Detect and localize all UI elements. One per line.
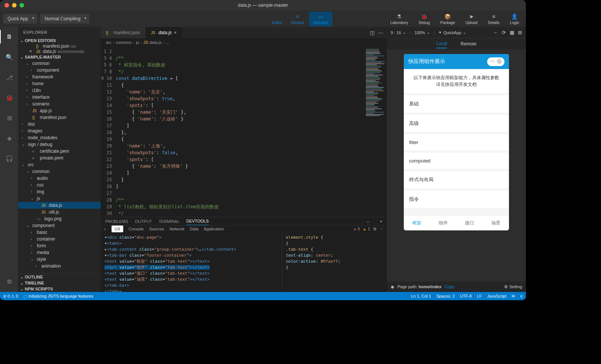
folder-item[interactable]: ›framework: [18, 74, 101, 80]
folder-item[interactable]: ⌄component: [18, 222, 101, 229]
editor-button[interactable]: Editor: [269, 12, 286, 26]
folder-item[interactable]: ›scenario: [18, 101, 101, 107]
folder-item[interactable]: ›container: [18, 236, 101, 242]
devtools-tab-console[interactable]: Console: [128, 227, 143, 231]
folder-item[interactable]: ›node_modules: [18, 134, 101, 141]
folder-item[interactable]: ›dist: [18, 121, 101, 128]
panel-collapse-icon[interactable]: ⌄: [366, 219, 370, 224]
folder-item[interactable]: ›images: [18, 128, 101, 134]
status-eol[interactable]: LF: [477, 294, 482, 299]
folder-item[interactable]: ›css: [18, 182, 101, 188]
package-button[interactable]: 📦Package: [436, 12, 459, 26]
phone-close-icon[interactable]: ⓧ: [497, 59, 501, 65]
devtools-tab-sources[interactable]: Sources: [149, 227, 164, 231]
login-button[interactable]: 👤Login: [506, 12, 523, 26]
folder-item[interactable]: ›i18n: [18, 87, 101, 94]
file-item[interactable]: ▭logo.png: [18, 215, 101, 222]
phone-list-item[interactable]: 样式与布局: [404, 171, 509, 188]
file-item[interactable]: JSutil.js: [18, 209, 101, 215]
phone-list-item[interactable]: computed: [404, 153, 509, 169]
panel-tab-problems[interactable]: PROBLEMS: [105, 218, 128, 225]
error-badge[interactable]: ●3: [354, 227, 360, 231]
folder-item[interactable]: ›interface: [18, 94, 101, 101]
file-item[interactable]: ≡certificate.pem: [18, 148, 101, 155]
aspect-ratio-dropdown[interactable]: 9 : 16 ⌄: [391, 30, 406, 35]
project-section[interactable]: SAMPLE-MASTER: [18, 54, 101, 60]
editor-tab[interactable]: {}manifest.json: [101, 27, 146, 38]
tab-more-icon[interactable]: ⋯: [378, 30, 383, 36]
breadcrumb-segment[interactable]: js: [136, 40, 139, 45]
folder-item[interactable]: ›form: [18, 242, 101, 249]
folder-item[interactable]: ›home: [18, 80, 101, 87]
folder-item[interactable]: ›component: [18, 67, 101, 74]
folder-item[interactable]: ⌄src: [18, 161, 101, 168]
headset-icon[interactable]: 🎧: [0, 152, 18, 165]
folder-item[interactable]: ›basic: [18, 229, 101, 236]
status-encoding[interactable]: UTF-8: [460, 294, 472, 299]
file-item[interactable]: ≡private.pem: [18, 155, 101, 161]
radio-icon[interactable]: ◉: [391, 284, 394, 289]
breadcrumb[interactable]: src›common›js›JS data.js›...: [101, 38, 387, 47]
setting-button[interactable]: ⚙ Setting: [504, 284, 522, 289]
phone-tab[interactable]: 框架: [404, 216, 430, 230]
debug-icon[interactable]: 🐞: [0, 91, 18, 104]
panel-tab-devtools[interactable]: DEVTOOLS: [186, 217, 209, 225]
remote-tab[interactable]: Remote: [461, 40, 476, 48]
window-minimize-button[interactable]: [12, 3, 17, 8]
phone-list-item[interactable]: filter: [404, 134, 509, 150]
files-icon[interactable]: 🗎: [0, 30, 18, 44]
phone-tab[interactable]: 接口: [456, 216, 483, 230]
file-item[interactable]: JSdata.js: [18, 202, 101, 209]
warning-badge[interactable]: ▲1: [363, 227, 370, 231]
folder-item[interactable]: ⌄sign / debug: [18, 141, 101, 148]
npm-scripts-section[interactable]: NPM SCRIPTS: [18, 286, 101, 292]
open-editor-item[interactable]: ×JSdata.js src/common/js: [18, 49, 101, 54]
phone-tab[interactable]: 场景: [483, 216, 509, 230]
copy-button[interactable]: Copy: [444, 284, 454, 289]
status-language[interactable]: JavaScript: [487, 294, 506, 299]
devtools-tab-application[interactable]: Application: [204, 227, 224, 231]
status-bell-icon[interactable]: ⎋: [520, 294, 523, 299]
devtools-more-icon[interactable]: ⋮: [380, 227, 384, 232]
devtools-tab-data[interactable]: Data: [190, 227, 198, 231]
phone-tab[interactable]: 组件: [430, 216, 456, 230]
status-spaces[interactable]: Spaces: 2: [436, 294, 455, 299]
local-tab[interactable]: Local: [436, 39, 447, 48]
back-icon[interactable]: ←: [493, 30, 498, 35]
compiling-dropdown[interactable]: Normal Compiling: [40, 14, 89, 24]
status-cursor[interactable]: Ln 1, Col 1: [411, 294, 431, 299]
phone-list-item[interactable]: 基础: [404, 95, 509, 113]
breadcrumb-segment[interactable]: ...: [166, 40, 169, 45]
phone-list-item[interactable]: 指令: [404, 191, 509, 208]
zoom-dropdown[interactable]: 100% ⌄: [414, 30, 430, 35]
panel-close-icon[interactable]: ×: [380, 219, 382, 224]
devtools-tab-ux[interactable]: UX: [112, 226, 123, 232]
editor-tab[interactable]: JSdata.js×: [146, 27, 182, 38]
devtool-button[interactable]: ≡Devtool: [287, 12, 308, 26]
phone-more-icon[interactable]: ⋯: [490, 59, 495, 65]
debug-button[interactable]: 🐞Debug: [415, 12, 433, 26]
panel-tab-output[interactable]: OUTPUT: [135, 218, 152, 225]
refresh-icon[interactable]: ⟳: [502, 30, 506, 35]
phone-list-item[interactable]: 高级: [404, 115, 509, 132]
folder-item[interactable]: ⌄common: [18, 60, 101, 67]
file-item[interactable]: JSapp.js: [18, 107, 101, 114]
split-editor-icon[interactable]: ◫: [370, 30, 374, 36]
open-editors-section[interactable]: OPEN EDITORS: [18, 38, 101, 44]
timeline-section[interactable]: TIMELINE: [18, 280, 101, 286]
breadcrumb-segment[interactable]: JS data.js: [143, 40, 162, 45]
folder-item[interactable]: ›audio: [18, 175, 101, 182]
quick-app-dropdown[interactable]: Quick App: [3, 14, 37, 24]
window-maximize-button[interactable]: [20, 3, 24, 8]
layers-icon[interactable]: ◈: [0, 131, 18, 145]
extensions-icon[interactable]: ⊞: [0, 111, 18, 125]
devtools-settings-icon[interactable]: ⚙: [373, 227, 377, 232]
laboratory-button[interactable]: ⚗Laboratory: [387, 12, 412, 26]
details-button[interactable]: ≡Details: [484, 12, 503, 26]
source-control-icon[interactable]: ⎇: [0, 71, 18, 84]
phone-preview[interactable]: 快应用组件展示 ⋯ ⓧ 以下将展示快应用框架能力，具体属性参数 详见快应用开发文…: [404, 54, 509, 230]
search-icon[interactable]: 🔍: [0, 50, 18, 64]
folder-item[interactable]: ›media: [18, 249, 101, 256]
upload-button[interactable]: ➤Upload: [462, 12, 481, 26]
qr-icon[interactable]: ▦: [510, 30, 514, 35]
